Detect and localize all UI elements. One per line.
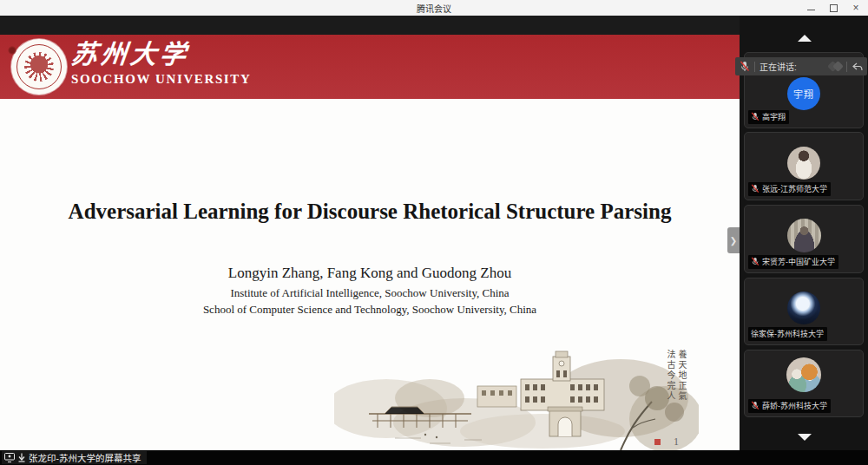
download-arrow-icon xyxy=(17,453,26,462)
screen-share-view: 苏州大学 SOOCHOW UNIVERSITY Adversarial Lear… xyxy=(0,16,740,450)
participant-name-tag: 高宇翔 xyxy=(748,110,789,124)
speaking-label: 正在讲话: xyxy=(760,60,797,73)
participant-name: 宋贤芳-中国矿业大学 xyxy=(762,256,835,267)
mic-muted-icon[interactable] xyxy=(740,61,750,72)
red-seal-icon xyxy=(654,439,661,445)
seal-core xyxy=(24,52,54,82)
slide-top-margin xyxy=(0,16,740,35)
university-motto: 養天地正氣 法古今完人 xyxy=(665,350,687,410)
window-controls: × xyxy=(806,0,865,16)
scroll-up-button[interactable] xyxy=(798,35,812,42)
minimize-button[interactable] xyxy=(806,3,816,13)
university-name-en: SOOCHOW UNIVERSITY xyxy=(71,72,251,87)
participant-avatar-photo xyxy=(786,357,821,392)
sidebar-collapse-button[interactable]: ❯ xyxy=(727,227,740,253)
scroll-down-button[interactable] xyxy=(798,434,812,441)
restore-icon xyxy=(830,4,838,12)
close-button[interactable]: × xyxy=(851,3,861,13)
participant-avatar-initials: 宇翔 xyxy=(787,77,820,110)
close-icon: × xyxy=(852,3,858,13)
slide-authors: Longyin Zhang, Fang Kong and Guodong Zho… xyxy=(0,265,740,282)
participant-avatar-photo xyxy=(787,147,820,180)
participant-tile[interactable]: 张远-江苏师范大学 xyxy=(744,132,864,200)
participant-name: 高宇翔 xyxy=(762,111,786,122)
bottom-status-bar: 张龙印-苏州大学的屏幕共享 xyxy=(0,450,868,465)
participant-name-tag: 徐家保-苏州科技大学 xyxy=(748,327,827,341)
restore-button[interactable] xyxy=(828,3,838,13)
university-name-cn: 苏州大学 xyxy=(69,40,253,69)
participant-avatar-photo xyxy=(787,291,820,324)
avatar-initials-text: 宇翔 xyxy=(793,87,814,101)
campus-ink-painting xyxy=(334,348,699,456)
participant-name-tag: 张远-江苏师范大学 xyxy=(748,182,831,196)
banner-text: 苏州大学 SOOCHOW UNIVERSITY xyxy=(71,40,251,87)
mic-muted-icon xyxy=(751,401,760,410)
toolbar-divider xyxy=(754,62,755,72)
toolbar-divider-2 xyxy=(846,62,847,72)
window-title: 腾讯会议 xyxy=(417,2,451,15)
participant-tile[interactable]: 薛娇-苏州科技大学 xyxy=(744,350,864,417)
participant-name: 张远-江苏师范大学 xyxy=(762,183,827,194)
slide-page-number: 1 xyxy=(674,436,679,449)
slide-affiliation-1: Institute of Artificial Intelligence, So… xyxy=(0,286,740,300)
slide-title: Adversarial Learning for Discourse Rheto… xyxy=(0,200,740,224)
participant-name-tag: 薛娇-苏州科技大学 xyxy=(748,399,831,413)
screen-share-indicator[interactable]: 张龙印-苏州大学的屏幕共享 xyxy=(2,451,147,464)
share-label: 张龙印-苏州大学的屏幕共享 xyxy=(29,451,141,464)
slide-banner: 苏州大学 SOOCHOW UNIVERSITY xyxy=(0,35,740,99)
speaking-toolbar: 正在讲话: xyxy=(735,57,867,75)
participant-name: 薛娇-苏州科技大学 xyxy=(762,400,827,411)
meeting-logo-watermark-icon xyxy=(829,62,842,70)
participant-tile[interactable]: 宋贤芳-中国矿业大学 xyxy=(744,205,864,273)
motto-line-2: 法古今完人 xyxy=(666,350,675,402)
record-dot-icon xyxy=(8,46,16,55)
participant-tile[interactable]: 徐家保-苏州科技大学 xyxy=(744,278,864,345)
seal-ring xyxy=(16,44,62,89)
monitor-icon xyxy=(4,453,15,462)
motto-line-1: 養天地正氣 xyxy=(677,350,687,402)
window-titlebar: 腾讯会议 × xyxy=(0,0,868,16)
mic-muted-icon xyxy=(751,112,760,121)
slide-affiliation-2: School of Computer Science and Technolog… xyxy=(0,303,740,317)
mic-muted-icon xyxy=(751,257,760,266)
participants-sidebar: 正在讲话: 宇翔 高宇翔 xyxy=(740,16,868,465)
minimize-icon xyxy=(807,10,815,10)
reply-arrow-icon[interactable] xyxy=(852,62,863,72)
participant-avatar-photo xyxy=(787,219,821,252)
participant-name: 徐家保-苏州科技大学 xyxy=(751,328,824,339)
soochow-university-seal-icon xyxy=(11,39,67,95)
chevron-right-icon: ❯ xyxy=(730,236,737,246)
participant-name-tag: 宋贤芳-中国矿业大学 xyxy=(748,255,838,269)
mic-muted-icon xyxy=(751,184,760,193)
